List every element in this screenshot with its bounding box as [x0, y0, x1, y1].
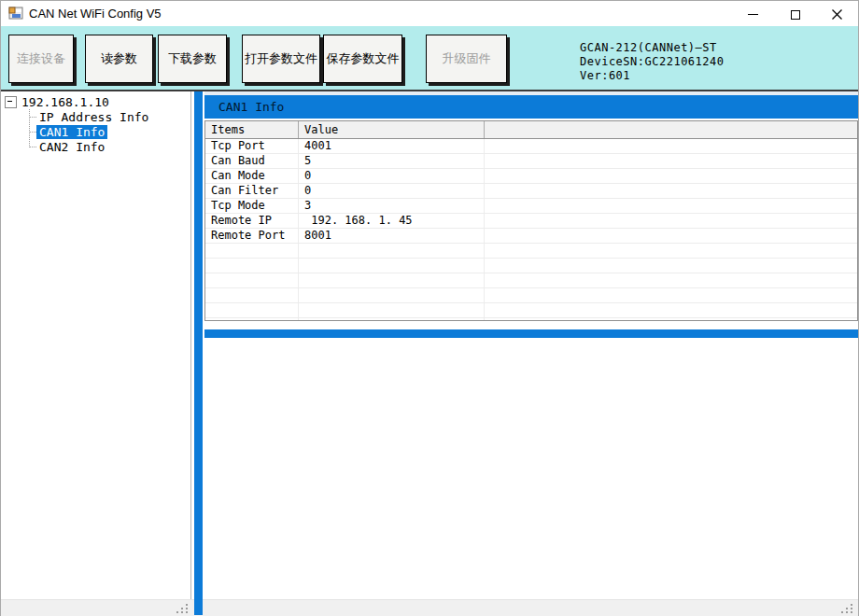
window-title: CAN Net WiFi Config V5: [29, 7, 162, 21]
tree-connector-stub: [30, 132, 36, 133]
toolbar-button-3[interactable]: 下载参数: [158, 35, 227, 83]
cell-blank: [485, 288, 857, 302]
tree-connector-stub: [30, 147, 36, 148]
tree-root-node[interactable]: 192.168.1.10: [21, 95, 109, 109]
table-row[interactable]: Can Filter0: [205, 184, 857, 199]
table-row[interactable]: Tcp Port4001: [205, 139, 857, 154]
table-row-empty: [205, 303, 857, 318]
panel-header-bar: CAN1 Info: [204, 95, 858, 119]
cell-item: [205, 318, 299, 321]
cell-blank: [485, 303, 857, 317]
table-row[interactable]: Can Baud5: [205, 154, 857, 169]
device-model: GCAN-212(CANNet)—ST: [580, 41, 725, 55]
cell-blank: [485, 244, 857, 258]
cell-blank: [485, 139, 857, 153]
minimize-icon: [748, 14, 758, 15]
cell-value[interactable]: 0: [299, 184, 485, 198]
table-row[interactable]: Remote Port8001: [205, 229, 857, 244]
minimize-button[interactable]: [732, 1, 774, 28]
parameter-table: Items Value Tcp Port4001Can Baud5Can Mod…: [204, 120, 858, 321]
parameter-panel: CAN1 Info Items Value Tcp Port4001Can Ba…: [204, 91, 858, 599]
cell-value[interactable]: 8001: [299, 229, 485, 243]
cell-item: Can Filter: [205, 184, 299, 198]
main-area: 192.168.1.10 IP Address InfoCAN1 InfoCAN…: [1, 91, 858, 599]
device-info: GCAN-212(CANNet)—ST DeviceSN:GC221061240…: [580, 41, 725, 83]
table-row[interactable]: Can Mode0: [205, 169, 857, 184]
resize-grip-corner[interactable]: [841, 604, 854, 615]
toolbar-button-5[interactable]: 保存参数文件: [323, 35, 402, 83]
table-row[interactable]: Remote IP 192. 168. 1. 45: [205, 214, 857, 229]
toolbar-button-1[interactable]: 连接设备: [8, 35, 74, 83]
table-row-empty: [205, 273, 857, 288]
table-row-empty: [205, 244, 857, 259]
device-version: Ver:601: [580, 69, 725, 83]
cell-value: [299, 244, 485, 258]
cell-blank: [485, 169, 857, 183]
table-row-empty: [205, 288, 857, 303]
cell-item: Remote Port: [205, 229, 299, 243]
device-serial: DeviceSN:GC221061240: [580, 55, 725, 69]
cell-blank: [485, 184, 857, 198]
vertical-splitter[interactable]: [194, 91, 203, 615]
cell-blank: [485, 229, 857, 243]
cell-blank: [485, 273, 857, 287]
cell-value: [299, 259, 485, 273]
app-window: CAN Net WiFi Config V5 连接设备读参数下载参数打开参数文件…: [0, 0, 859, 616]
horizontal-splitter[interactable]: [204, 329, 858, 338]
cell-item: Tcp Mode: [205, 199, 299, 213]
cell-item: [205, 244, 299, 258]
cell-item: Can Baud: [205, 154, 299, 168]
panel-header-title: CAN1 Info: [218, 100, 284, 114]
table-header-row: Items Value: [205, 121, 857, 139]
resize-grip-left[interactable]: [176, 604, 190, 615]
cell-item: [205, 273, 299, 287]
cell-blank: [485, 199, 857, 213]
tree-connector-line: [29, 109, 31, 147]
title-bar: CAN Net WiFi Config V5: [1, 1, 858, 26]
window-controls: [732, 1, 858, 28]
cell-item: [205, 303, 299, 317]
tree-item-can1-info[interactable]: CAN1 Info: [36, 125, 107, 139]
cell-value[interactable]: 4001: [299, 139, 485, 153]
maximize-icon: [791, 10, 800, 20]
table-row-empty: [205, 318, 857, 321]
device-tree-panel: 192.168.1.10 IP Address InfoCAN1 InfoCAN…: [1, 91, 191, 599]
cell-blank: [485, 318, 857, 321]
cell-item: [205, 259, 299, 273]
close-icon: [832, 9, 842, 20]
toolbar-button-4[interactable]: 打开参数文件: [242, 35, 320, 83]
cell-blank: [485, 259, 857, 273]
status-bar: 沈阳广成科技有限公司www.gcgd.net: [1, 599, 858, 616]
tree-collapse-icon[interactable]: [5, 96, 17, 108]
cell-value[interactable]: 3: [299, 199, 485, 213]
cell-blank: [485, 214, 857, 228]
toolbar-button-6[interactable]: 升级固件: [426, 35, 507, 83]
status-text: 沈阳广成科技有限公司www.gcgd.net: [208, 602, 439, 616]
cell-value: [299, 288, 485, 302]
cell-item: Remote IP: [205, 214, 299, 228]
column-header-items[interactable]: Items: [205, 121, 299, 138]
table-row[interactable]: Tcp Mode3: [205, 199, 857, 214]
cell-item: Can Mode: [205, 169, 299, 183]
column-header-value[interactable]: Value: [299, 121, 485, 138]
cell-value[interactable]: 5: [299, 154, 485, 168]
table-row-empty: [205, 259, 857, 273]
cell-item: [205, 288, 299, 302]
tree-connector-stub: [30, 117, 36, 119]
cell-value: [299, 318, 485, 321]
cell-value[interactable]: 192. 168. 1. 45: [299, 214, 485, 228]
tree-item-ip-address-info[interactable]: IP Address Info: [36, 110, 151, 124]
tree-item-can2-info[interactable]: CAN2 Info: [36, 140, 107, 154]
cell-blank: [485, 154, 857, 168]
close-button[interactable]: [816, 1, 858, 28]
column-header-blank: [485, 121, 857, 138]
cell-value: [299, 273, 485, 287]
message-panel: [204, 338, 858, 599]
cell-value[interactable]: 0: [299, 169, 485, 183]
app-icon: [8, 6, 23, 21]
toolbar: 连接设备读参数下载参数打开参数文件保存参数文件升级固件 GCAN-212(CAN…: [1, 26, 858, 91]
maximize-button[interactable]: [774, 1, 816, 28]
toolbar-button-2[interactable]: 读参数: [85, 35, 153, 83]
toolbar-buttons: 连接设备读参数下载参数打开参数文件保存参数文件升级固件: [1, 26, 858, 90]
tree-root-row: 192.168.1.10: [5, 95, 109, 109]
